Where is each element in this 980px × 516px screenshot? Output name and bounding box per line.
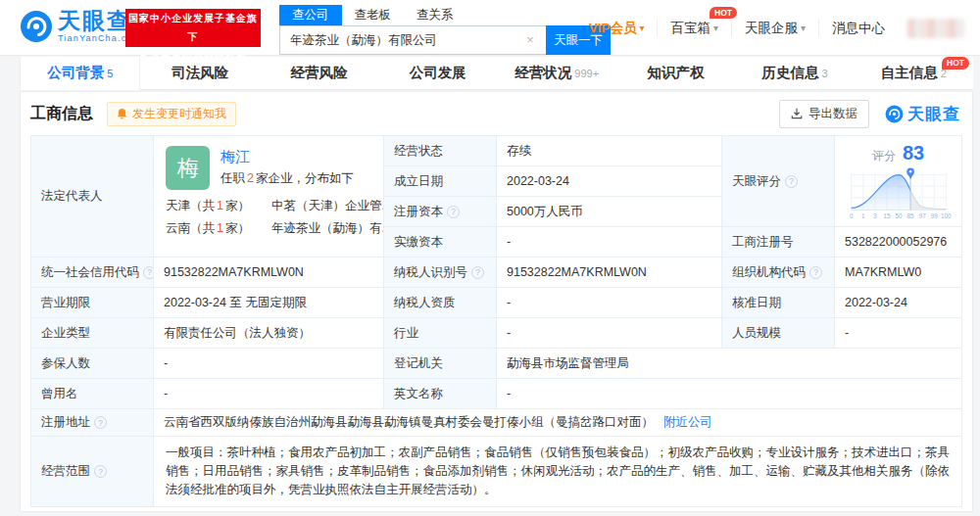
- tab-company-background[interactable]: 公司背景5: [20, 57, 140, 90]
- menu-message-center[interactable]: 消息中心: [818, 20, 898, 37]
- help-icon[interactable]: ?: [785, 175, 798, 188]
- cert-line1: 国家中小企业发展子基金旗下: [125, 9, 261, 46]
- tab-operating-status[interactable]: 经营状况999+: [498, 57, 616, 89]
- svg-text:85: 85: [906, 212, 913, 219]
- svg-text:50: 50: [895, 212, 902, 219]
- help-icon[interactable]: ?: [447, 206, 460, 218]
- field-label-org-code: 组织机构代码?: [722, 258, 835, 288]
- svg-text:99: 99: [930, 212, 937, 219]
- field-label-establish-date: 成立日期: [384, 166, 497, 197]
- value-registration-authority: 勐海县市场监督管理局: [497, 349, 962, 379]
- value-paid-in-capital: -: [497, 227, 722, 258]
- legal-rep-name-link[interactable]: 梅江: [220, 148, 354, 165]
- tenure-line: 任职2家企业，分布如下: [220, 170, 354, 187]
- field-label-legal-representative: 法定代表人: [31, 136, 154, 258]
- svg-text:0: 0: [849, 212, 853, 219]
- svg-text:97: 97: [918, 212, 925, 219]
- chevron-down-icon: ▾: [639, 23, 644, 33]
- field-label-business-scope: 经营范围?: [31, 437, 154, 507]
- download-icon: [791, 108, 803, 119]
- field-label-taxpayer-qualification: 纳税人资质: [384, 288, 497, 318]
- help-icon[interactable]: ?: [809, 266, 822, 279]
- field-label-credit-code: 统一社会信用代码?: [31, 258, 154, 288]
- card-header: 工商信息 发生变更时通知我 导出数据 天眼查: [21, 92, 972, 135]
- business-info-card: 工商信息 发生变更时通知我 导出数据 天眼查: [20, 91, 973, 512]
- value-business-scope: 一般项目：茶叶种植；食用农产品初加工；农副产品销售；食品销售（仅销售预包装食品）…: [154, 437, 962, 507]
- value-credit-code: 91532822MA7KRMLW0N: [154, 258, 384, 288]
- svg-text:1: 1: [861, 212, 865, 219]
- tab-history-info[interactable]: 历史信息3: [735, 57, 854, 89]
- top-header: 天眼查 TianYanCha.com 国家中小企业发展子基金旗下 官方备案企业征…: [0, 0, 980, 56]
- svg-text:100: 100: [941, 212, 952, 219]
- export-data-button[interactable]: 导出数据: [779, 100, 869, 128]
- search-tab-company[interactable]: 查公司: [279, 5, 342, 25]
- value-former-name: -: [154, 379, 384, 409]
- field-label-registered-address: 注册地址?: [31, 409, 154, 437]
- menu-treasure-box[interactable]: 百宝箱 ▾ HOT: [657, 20, 731, 37]
- help-icon[interactable]: ?: [94, 416, 107, 429]
- field-label-registration-authority: 登记机关: [384, 349, 497, 379]
- search-tab-relation[interactable]: 查关系: [404, 5, 466, 25]
- field-label-former-name: 曾用名: [31, 379, 154, 409]
- region-item: 云南（共1家）: [166, 220, 271, 237]
- field-label-industry: 行业: [384, 318, 497, 349]
- page-title: 工商信息: [30, 104, 93, 124]
- field-label-approval-date: 核准日期: [722, 288, 835, 318]
- score-prefix: 评分: [872, 148, 896, 164]
- help-icon[interactable]: ?: [143, 266, 154, 279]
- value-english-name: -: [497, 379, 962, 409]
- value-company-type: 有限责任公司（法人独资）: [154, 318, 384, 349]
- cert-line2: 官方备案企业征信机构: [125, 46, 261, 65]
- value-operating-status: 存续: [497, 136, 722, 166]
- clear-search-icon[interactable]: ×: [522, 32, 538, 48]
- field-label-insured-count: 参保人数: [31, 349, 154, 379]
- help-icon[interactable]: ?: [471, 266, 484, 279]
- value-registration-number: 532822000052976: [835, 227, 962, 258]
- tianyancha-logo[interactable]: 天眼查 TianYanCha.com: [20, 9, 141, 43]
- hot-badge: HOT: [942, 57, 969, 70]
- search-tab-boss[interactable]: 查老板: [342, 5, 405, 25]
- tab-intellectual-property[interactable]: 知识产权: [616, 57, 735, 89]
- field-label-business-term: 营业期限: [31, 288, 154, 318]
- tenure-distribution: 天津（共1家） 中茗（天津）企业管... 云南（共1家） 年迹茶业（勐海）有..…: [166, 198, 371, 237]
- search-input[interactable]: [279, 25, 546, 55]
- value-insured-count: -: [154, 349, 384, 379]
- value-taxpayer-id: 91532822MA7KRMLW0N: [497, 258, 722, 288]
- company-item[interactable]: 中茗（天津）企业管...: [271, 198, 384, 214]
- field-label-staff-size: 人员规模: [722, 318, 835, 349]
- value-registered-capital: 5000万人民币: [497, 197, 722, 227]
- company-item[interactable]: 年迹茶业（勐海）有...: [271, 220, 384, 237]
- top-menu: VIP会员 ▾ 百宝箱 ▾ HOT 天眼企服 ▾ 消息中心: [576, 0, 964, 56]
- value-business-term: 2022-03-24 至 无固定期限: [154, 288, 384, 318]
- value-taxpayer-qualification: -: [497, 288, 722, 318]
- value-approval-date: 2022-03-24: [835, 288, 962, 318]
- value-org-code: MA7KRMLW0: [835, 258, 962, 288]
- field-label-paid-in-capital: 实缴资本: [384, 227, 497, 258]
- tab-operating-risk[interactable]: 经营风险: [260, 57, 378, 89]
- nearby-companies-link[interactable]: 附近公司: [663, 414, 712, 431]
- menu-enterprise-service[interactable]: 天眼企服 ▾: [731, 20, 818, 37]
- score-marker-pin-icon: [906, 167, 914, 179]
- value-establish-date: 2022-03-24: [497, 166, 722, 197]
- bell-icon: [117, 108, 127, 119]
- svg-text:15: 15: [883, 212, 890, 219]
- svg-text:3: 3: [873, 212, 877, 219]
- legal-representative-cell: 梅 梅江 任职2家企业，分布如下 天津（共1家） 中茗（天津）企业管... 云南…: [154, 136, 384, 258]
- value-industry: -: [497, 318, 722, 349]
- field-label-operating-status: 经营状态: [384, 136, 497, 166]
- tab-company-development[interactable]: 公司发展: [378, 57, 497, 89]
- field-label-company-type: 企业类型: [31, 318, 154, 349]
- watermark-logo: 天眼查: [885, 103, 960, 125]
- tab-self-published-info[interactable]: 自主信息2 HOT: [855, 57, 973, 89]
- notify-on-change-button[interactable]: 发生变更时通知我: [107, 102, 236, 126]
- business-info-table: 法定代表人 梅 梅江 任职2家企业，分布如下 天津（共1家） 中茗（天津）企业管…: [30, 135, 962, 507]
- value-staff-size: -: [835, 318, 962, 349]
- chevron-down-icon: ▾: [801, 23, 806, 33]
- menu-vip[interactable]: VIP会员 ▾: [576, 20, 658, 37]
- chevron-down-icon: ▾: [713, 23, 718, 33]
- certification-badge: 国家中小企业发展子基金旗下 官方备案企业征信机构: [125, 9, 261, 47]
- tianyancha-swirl-icon: [885, 105, 904, 123]
- help-icon[interactable]: ?: [94, 465, 107, 478]
- search-area: 查公司 查老板 查关系 × 天眼一下: [279, 5, 611, 55]
- avatar[interactable]: 梅: [166, 146, 210, 190]
